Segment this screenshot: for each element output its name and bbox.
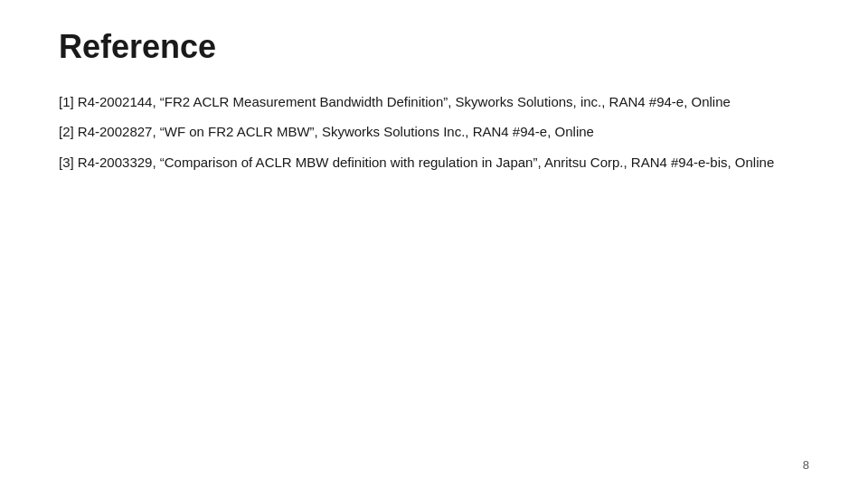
reference-item-2: [2] R4-2002827, “WF on FR2 ACLR MBW”, Sk…: [59, 121, 809, 142]
page-title: Reference: [59, 27, 809, 66]
references-list: [1] R4-2002144, “FR2 ACLR Measurement Ba…: [59, 91, 809, 173]
page-number: 8: [803, 458, 809, 472]
reference-item-3: [3] R4-2003329, “Comparison of ACLR MBW …: [59, 152, 809, 173]
reference-item-1: [1] R4-2002144, “FR2 ACLR Measurement Ba…: [59, 91, 809, 112]
slide-page: Reference [1] R4-2002144, “FR2 ACLR Meas…: [0, 0, 868, 488]
